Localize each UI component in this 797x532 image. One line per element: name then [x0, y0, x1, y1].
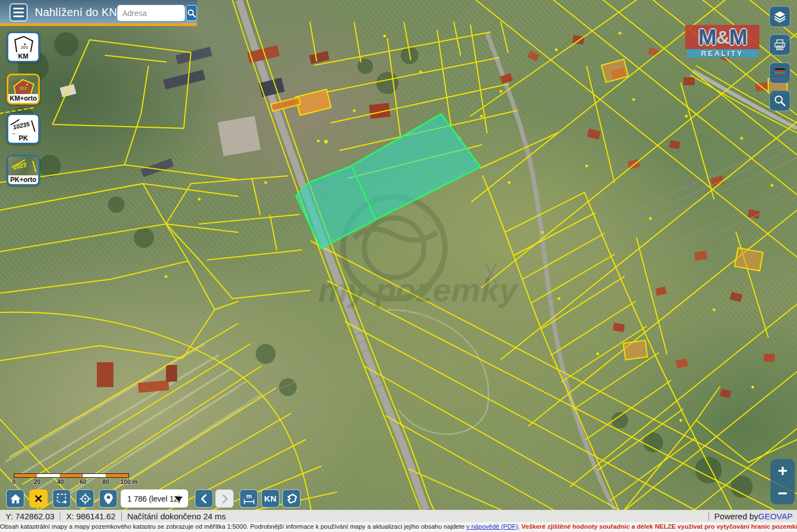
scale-level-value: 1 786 (level 12) [127, 494, 181, 503]
draw-polygon-button[interactable] [282, 489, 301, 508]
scale-tick: 40 [57, 478, 64, 485]
home-icon [9, 493, 22, 505]
location-pin-icon [103, 493, 114, 505]
forward-chevron-icon [219, 493, 230, 504]
chevron-down-icon [175, 497, 183, 502]
layers-button[interactable] [769, 6, 790, 27]
layer-button-pk-orto[interactable]: 1023 PK+orto [7, 155, 40, 186]
scale-tick: 60 [80, 478, 86, 485]
measure-button[interactable]: m [240, 489, 258, 508]
legend-icon [773, 66, 787, 80]
logo-top: M&M [685, 25, 759, 49]
help-pdf-link[interactable]: v nápovědě (PDF) [467, 523, 518, 530]
close-icon: ✕ [34, 492, 43, 505]
page-title: Nahlížení do KN [35, 6, 117, 19]
layer-button-pk[interactable]: 10235 PK [7, 113, 40, 144]
back-chevron-icon [199, 493, 210, 504]
buildings [60, 35, 789, 398]
highlighted-parcels[interactable] [296, 114, 480, 248]
select-area-button[interactable] [53, 489, 71, 508]
hamburger-icon [13, 8, 24, 9]
loading-status: Načítání dokončeno 24 ms [122, 512, 231, 521]
layers-icon [773, 9, 787, 24]
measure-icon: m [242, 492, 256, 505]
coordinate-y: Y: 742862.03 [0, 512, 60, 521]
scale-bar: 0 20 40 60 80 100 m [14, 473, 129, 486]
scale-tick: 20 [34, 478, 40, 485]
layer-label: PK [8, 134, 38, 143]
layer-button-km-orto-selected[interactable]: 312 KM+orto [7, 74, 40, 105]
disclaimer-text: Obsah katastrální mapy a mapy pozemkovéh… [0, 523, 467, 530]
select-area-icon [56, 493, 68, 505]
zoom-in-button[interactable]: + [770, 459, 795, 482]
svg-text:m: m [246, 493, 252, 499]
magnifier-icon [187, 9, 196, 18]
warning-text: Veškeré zjištěné hodnoty souřadnic a dél… [521, 523, 797, 530]
scale-level-dropdown[interactable]: 1 786 (level 12) [121, 489, 188, 508]
status-bar: Y: 742862.03 X: 986141.62 Načítání dokon… [0, 510, 797, 522]
layer-label: KM [8, 52, 38, 61]
address-search-input[interactable] [117, 5, 185, 21]
powered-by-label: Powered by [709, 512, 758, 521]
footer-disclaimer: Obsah katastrální mapy a mapy pozemkovéh… [0, 522, 797, 532]
zoom-controls: + − [770, 459, 795, 504]
app-header: Nahlížení do KN [0, 0, 197, 26]
legend-button[interactable] [769, 62, 790, 84]
layer-label: PK+orto [8, 175, 38, 184]
history-forward-button-disabled[interactable] [215, 489, 234, 508]
scale-bar-segments [14, 473, 129, 478]
map-overlay: my pozemky [0, 0, 797, 510]
layer-button-km[interactable]: 366 KM [7, 32, 40, 62]
logo-bottom: REALITY [687, 49, 758, 58]
zoom-out-button[interactable]: − [770, 482, 795, 504]
kn-info-button[interactable]: KN [261, 489, 280, 508]
print-button[interactable] [769, 34, 790, 55]
scale-tick: 0 [12, 478, 15, 485]
close-button[interactable]: ✕ [29, 489, 48, 508]
hamburger-menu-button[interactable] [9, 3, 28, 22]
home-button[interactable] [6, 489, 24, 508]
map-canvas[interactable]: my pozemky [0, 0, 797, 510]
vendor-link[interactable]: GEOVAP [758, 512, 797, 521]
center-map-button[interactable] [76, 489, 94, 508]
polygon-icon [286, 493, 298, 505]
coordinate-x: X: 986141.62 [60, 512, 121, 521]
locate-point-button[interactable] [99, 489, 117, 508]
watermark-text: my pozemky [318, 272, 519, 309]
print-icon [773, 38, 787, 52]
scale-tick: 80 [102, 478, 109, 485]
search-button[interactable] [186, 5, 197, 21]
map-search-button[interactable] [769, 90, 790, 111]
layer-label: KM+orto [8, 94, 38, 103]
scale-tick: 100 m [120, 478, 137, 485]
magnifier-icon [773, 93, 787, 108]
center-target-icon [79, 493, 91, 505]
history-back-button[interactable] [195, 489, 213, 508]
mm-reality-logo: M&M REALITY [685, 25, 759, 58]
tree-clusters [8, 32, 753, 498]
